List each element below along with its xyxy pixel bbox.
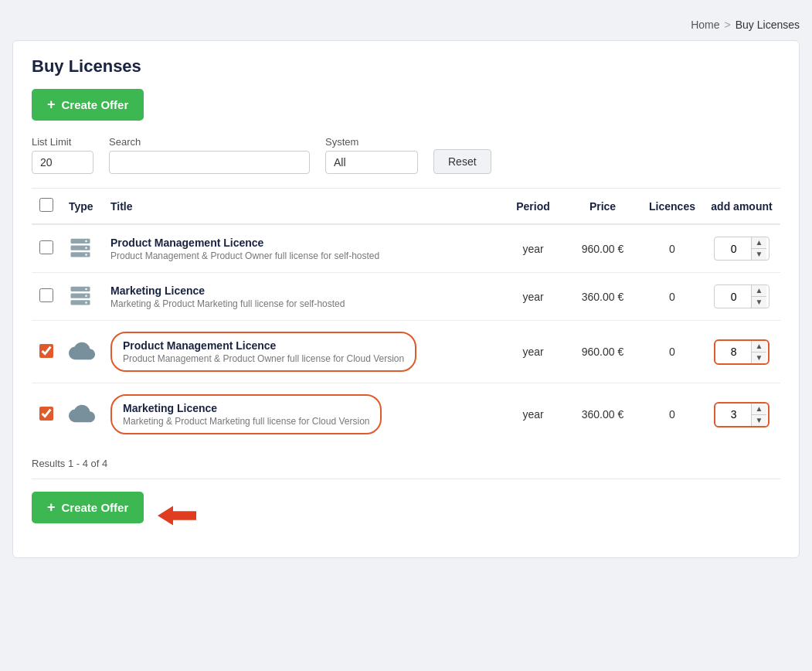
system-group: System <box>325 136 418 174</box>
th-title: Title <box>103 189 502 224</box>
row-period: year <box>502 224 564 273</box>
server-icon <box>69 284 92 307</box>
row-icon-cell <box>61 321 103 383</box>
table-row: Product Management Licence Product Manag… <box>32 224 780 273</box>
amount-spinner-2: ▲▼ <box>714 284 770 308</box>
row-add-amount: ▲▼ <box>703 273 780 321</box>
row-licences: 0 <box>641 383 703 446</box>
plus-icon-bottom: + <box>47 499 56 516</box>
svg-point-5 <box>85 254 87 256</box>
system-label: System <box>325 136 418 148</box>
arrow-indicator <box>158 505 196 526</box>
row-licences: 0 <box>641 321 703 383</box>
row-icon-cell <box>61 273 103 321</box>
row-icon-cell <box>61 224 103 273</box>
row-price: 960.00 € <box>564 224 641 273</box>
table-row: Marketing Licence Marketing & Product Ma… <box>32 383 780 446</box>
amount-down-3[interactable]: ▼ <box>752 353 767 363</box>
table-row: Marketing Licence Marketing & Product Ma… <box>32 273 780 321</box>
row-checkbox-4[interactable] <box>39 407 53 421</box>
svg-point-7 <box>85 288 87 291</box>
product-title-sub: Product Management & Product Owner full … <box>123 353 404 364</box>
row-add-amount: ▲▼ <box>703 383 780 446</box>
product-title-sub: Product Management & Product Owner full … <box>110 250 494 261</box>
amount-spinner-4: ▲▼ <box>714 402 770 427</box>
results-text: Results 1 - 4 of 4 <box>32 458 780 469</box>
amount-input-1[interactable] <box>717 240 751 258</box>
row-title-cell: Marketing Licence Marketing & Product Ma… <box>103 273 502 321</box>
row-title-cell: Product Management Licence Product Manag… <box>103 224 502 273</box>
create-offer-button-top[interactable]: + Create Offer <box>32 89 144 121</box>
row-price: 960.00 € <box>564 321 641 383</box>
amount-input-2[interactable] <box>717 288 751 306</box>
svg-point-11 <box>85 301 87 304</box>
row-licences: 0 <box>641 224 703 273</box>
row-licences: 0 <box>641 273 703 321</box>
create-offer-label-bottom: Create Offer <box>62 501 129 514</box>
create-offer-button-bottom[interactable]: + Create Offer <box>32 492 144 523</box>
th-add-amount: add amount <box>703 189 780 224</box>
row-add-amount: ▲▼ <box>703 321 780 383</box>
row-checkbox-3[interactable] <box>39 344 53 358</box>
licenses-table: Type Title Period Price Licences <box>32 189 780 445</box>
product-title-main: Product Management Licence <box>110 237 494 249</box>
amount-down-1[interactable]: ▼ <box>752 249 767 260</box>
amount-spinner-1: ▲▼ <box>714 237 770 261</box>
amount-down-2[interactable]: ▼ <box>752 297 767 308</box>
row-title-cell: Marketing Licence Marketing & Product Ma… <box>103 383 502 446</box>
system-input[interactable] <box>325 151 418 174</box>
svg-point-3 <box>85 247 87 249</box>
product-title-sub: Marketing & Product Marketing full licen… <box>110 298 494 309</box>
th-select-all <box>32 189 61 224</box>
row-title-cell: Product Management Licence Product Manag… <box>103 321 502 383</box>
list-limit-group: List Limit <box>32 136 93 174</box>
server-icon <box>69 236 92 259</box>
list-limit-input[interactable] <box>32 151 93 174</box>
svg-point-1 <box>85 240 87 243</box>
svg-marker-12 <box>158 506 196 525</box>
row-period: year <box>502 383 564 446</box>
amount-input-3[interactable] <box>717 342 751 361</box>
row-icon-cell <box>61 383 103 446</box>
th-price: Price <box>564 189 641 224</box>
row-price: 360.00 € <box>564 273 641 321</box>
breadcrumb-separator: > <box>725 19 731 31</box>
product-title-main: Marketing Licence <box>123 402 369 414</box>
row-checkbox-1[interactable] <box>39 240 53 254</box>
search-label: Search <box>109 136 310 148</box>
bottom-create-row: + Create Offer <box>32 492 780 539</box>
product-title-main: Product Management Licence <box>123 339 404 352</box>
th-licences: Licences <box>641 189 703 224</box>
create-offer-label-top: Create Offer <box>62 98 129 111</box>
table-row: Product Management Licence Product Manag… <box>32 321 780 383</box>
breadcrumb-current: Buy Licenses <box>736 19 800 31</box>
list-limit-label: List Limit <box>32 136 93 148</box>
amount-up-1[interactable]: ▲ <box>752 237 767 249</box>
product-title-main: Marketing Licence <box>110 284 494 297</box>
amount-input-4[interactable] <box>717 405 751 424</box>
row-checkbox-2[interactable] <box>39 288 53 302</box>
svg-point-9 <box>85 295 87 297</box>
plus-icon: + <box>47 97 56 113</box>
product-title-sub: Marketing & Product Marketing full licen… <box>123 416 369 427</box>
breadcrumb: Home > Buy Licenses <box>12 12 800 40</box>
filter-row: List Limit Search System Reset <box>32 136 780 174</box>
amount-up-4[interactable]: ▲ <box>752 404 767 415</box>
amount-up-2[interactable]: ▲ <box>752 285 767 297</box>
selected-cell-highlight: Product Management Licence Product Manag… <box>110 332 416 372</box>
select-all-checkbox[interactable] <box>39 198 53 212</box>
row-period: year <box>502 321 564 383</box>
amount-down-4[interactable]: ▼ <box>752 415 767 426</box>
row-add-amount: ▲▼ <box>703 224 780 273</box>
search-input[interactable] <box>109 151 310 174</box>
row-period: year <box>502 273 564 321</box>
cloud-icon <box>69 338 95 364</box>
cloud-icon <box>69 400 95 427</box>
amount-spinner-3: ▲▼ <box>714 339 770 365</box>
row-price: 360.00 € <box>564 383 641 446</box>
breadcrumb-home[interactable]: Home <box>691 19 719 31</box>
search-group: Search <box>109 136 310 174</box>
amount-up-3[interactable]: ▲ <box>752 341 767 353</box>
th-period: Period <box>502 189 564 224</box>
reset-button[interactable]: Reset <box>433 149 491 174</box>
